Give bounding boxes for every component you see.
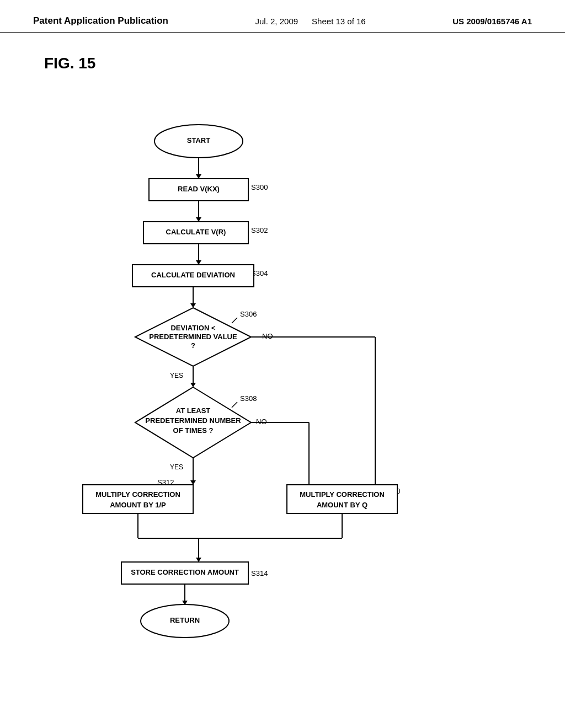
- svg-marker-6: [196, 217, 201, 222]
- calc-vr-node: CALCULATE V(R): [166, 228, 226, 236]
- flowchart-diagram: START S300 READ V(KX) S302 CALCULATE V(R…: [0, 83, 565, 718]
- s306-label: S306: [240, 310, 257, 318]
- s300-label: S300: [251, 183, 268, 191]
- svg-marker-35: [196, 558, 201, 562]
- svg-line-19: [232, 402, 237, 408]
- svg-marker-22: [190, 480, 196, 485]
- diamond1-line2: PREDETERMINED VALUE: [149, 333, 237, 341]
- multiply-right-line1: MULTIPLY CORRECTION: [300, 490, 385, 499]
- svg-marker-18: [190, 383, 196, 387]
- sheet-info: Sheet 13 of 16: [312, 17, 366, 26]
- svg-marker-14: [190, 303, 196, 308]
- svg-marker-2: [196, 174, 201, 179]
- multiply-left-line2: AMOUNT BY 1/P: [110, 501, 166, 509]
- publication-date: Jul. 2, 2009: [255, 17, 299, 26]
- diamond1-line3: ?: [191, 341, 195, 350]
- diamond2-line3: OF TIMES ?: [173, 426, 214, 435]
- diamond2-line1: AT LEAST: [176, 406, 211, 415]
- page-header: Patent Application Publication Jul. 2, 2…: [0, 0, 565, 33]
- patent-number: US 2009/0165746 A1: [452, 17, 532, 26]
- return-node: RETURN: [170, 616, 200, 624]
- multiply-left-line1: MULTIPLY CORRECTION: [95, 490, 180, 499]
- svg-marker-10: [196, 260, 201, 265]
- s314-label: S314: [251, 569, 268, 577]
- date-sheet-info: Jul. 2, 2009 Sheet 13 of 16: [255, 17, 366, 26]
- yes-label-1: YES: [170, 372, 183, 379]
- no-label-1: NO: [262, 332, 273, 340]
- publication-label: Patent Application Publication: [33, 15, 168, 26]
- diamond1-line1: DEVIATION <: [170, 324, 215, 332]
- yes-label-2: YES: [170, 463, 183, 471]
- s302-label: S302: [251, 226, 268, 234]
- start-node: START: [187, 136, 210, 144]
- store-correction-node: STORE CORRECTION AMOUNT: [131, 568, 239, 576]
- calc-dev-node: CALCULATE DEVIATION: [151, 271, 235, 279]
- figure-title: FIG. 15: [0, 33, 565, 83]
- svg-line-15: [232, 318, 237, 323]
- diamond2-line2: PREDETERMINED NUMBER: [145, 416, 241, 425]
- read-vkx-node: READ V(KX): [178, 185, 220, 193]
- s308-label: S308: [240, 394, 257, 403]
- multiply-right-line2: AMOUNT BY Q: [317, 501, 367, 509]
- no-label-2: NO: [256, 417, 267, 426]
